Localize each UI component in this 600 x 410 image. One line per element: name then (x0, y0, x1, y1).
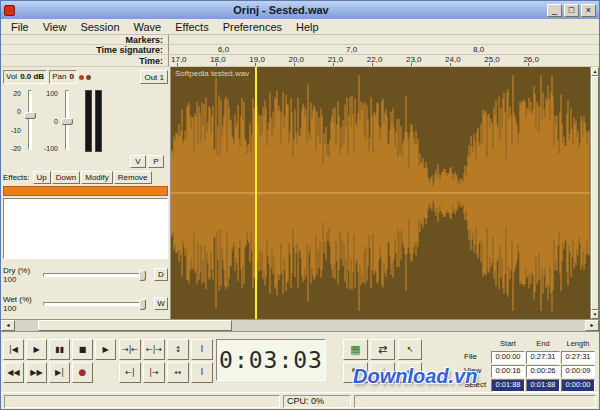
nudge-left-button[interactable]: ←| (119, 362, 141, 383)
maximize-button[interactable]: □ (564, 4, 579, 17)
effect-down-button[interactable]: Down (52, 171, 80, 184)
mute-indicator[interactable] (86, 75, 91, 80)
nudge-right-button[interactable]: |→ (143, 362, 165, 383)
volume-slider[interactable] (28, 90, 32, 150)
close-button[interactable]: × (581, 4, 596, 17)
time-tick: 18,0 (210, 55, 226, 65)
wet-envelope-button[interactable]: W (154, 297, 168, 310)
menu-item-preferences[interactable]: Preferences (216, 20, 289, 34)
fit-width-button[interactable]: ↔ (167, 362, 189, 383)
zoom-in-horizontal-button[interactable]: →|← (119, 339, 141, 360)
transport-fast-forward-button[interactable]: ▶▶ (26, 362, 47, 383)
loop-mode-button[interactable]: ⇄ (370, 339, 395, 360)
pan-envelope-button[interactable]: P (148, 155, 164, 168)
horizontal-scrollbar-track[interactable] (15, 320, 585, 331)
time-signature-ruler[interactable]: 6,0 7,0 8,0 (169, 45, 599, 54)
transport-play-selection-button[interactable]: ▶ (95, 339, 116, 360)
transport-record-button[interactable]: ● (72, 362, 93, 383)
zoom-out-horizontal-button[interactable]: ←|→ (143, 339, 165, 360)
time-tick: 21,0 (328, 55, 344, 65)
minimize-button[interactable]: _ (547, 4, 562, 17)
transport-controls: |◀ ▶ ▮▮ ■ ▶ ◀◀ ▶▶ ▶| ● (3, 339, 116, 383)
playback-cursor[interactable] (255, 67, 257, 319)
markers-ruler[interactable] (169, 35, 599, 44)
pan-slider[interactable] (65, 90, 69, 150)
info-header-length: Length (561, 337, 595, 350)
effect-up-button[interactable]: Up (33, 171, 51, 184)
pan-scale: 100 0 -100 (40, 89, 58, 153)
wet-mix-slider[interactable] (43, 302, 146, 306)
volume-envelope-button[interactable]: V (130, 155, 146, 168)
time-tick: 22,0 (367, 55, 383, 65)
vu-meter-right (95, 90, 102, 152)
watermark: Download.vn (353, 365, 477, 388)
transport-pause-button[interactable]: ▮▮ (49, 339, 70, 360)
time-tick: 26,0 (523, 55, 539, 65)
select-cursor-button[interactable]: ↖ (398, 339, 422, 360)
time-tick: 24,0 (445, 55, 461, 65)
scroll-left-button[interactable]: ◂ (1, 320, 15, 331)
dry-slider-thumb[interactable] (139, 270, 146, 281)
info-header-start: Start (491, 337, 525, 350)
dry-envelope-button[interactable]: D (154, 268, 168, 281)
file-start-value: 0:00:00 (491, 351, 525, 364)
measure-tick: 8,0 (473, 45, 484, 55)
volume-scale: 20 0 -10 -20 (3, 89, 21, 153)
window-title: Orinj - Sested.wav (18, 2, 544, 19)
vertical-scrollbar[interactable]: ▴ ▾ (590, 67, 599, 319)
output-select-button[interactable]: Out 1 (140, 70, 168, 84)
scroll-down-button[interactable]: ▾ (591, 310, 599, 319)
pan-slider-thumb[interactable] (61, 118, 73, 125)
scroll-up-button[interactable]: ▴ (591, 67, 599, 76)
status-bar: CPU: 0% (1, 392, 599, 409)
effect-remove-button[interactable]: Remove (114, 171, 152, 184)
snap-grid-button[interactable]: ▦ (343, 339, 368, 360)
cpu-usage: CPU: 0% (283, 395, 351, 408)
zoom-vertical-button[interactable]: ↕ (167, 339, 189, 360)
wet-slider-thumb[interactable] (139, 299, 146, 310)
cursor-mode-button[interactable]: I (191, 339, 213, 360)
menu-item-view[interactable]: View (36, 20, 74, 34)
selected-effect-bar[interactable] (3, 186, 168, 196)
volume-slider-group: 20 0 -10 -20 (3, 89, 37, 153)
time-ruler[interactable]: 17,0 18,0 19,0 20,0 21,0 22,0 23,0 24,0 … (169, 55, 599, 66)
menu-item-wave[interactable]: Wave (127, 20, 169, 34)
time-tick: 23,0 (406, 55, 422, 65)
scroll-right-button[interactable]: ▸ (585, 320, 599, 331)
transport-rewind-button[interactable]: ◀◀ (3, 362, 24, 383)
wet-label: Wet (%) (3, 295, 39, 304)
transport-stop-button[interactable]: ■ (72, 339, 93, 360)
fit-height-button[interactable]: I (191, 362, 213, 383)
bottom-panel: |◀ ▶ ▮▮ ■ ▶ ◀◀ ▶▶ ▶| ● →|← ←|→ ↕ I ←| |→… (1, 332, 599, 392)
pan-label: Pan (52, 71, 66, 83)
title-bar[interactable]: Orinj - Sested.wav _ □ × (1, 1, 599, 19)
horizontal-scrollbar[interactable]: ◂ ▸ (1, 319, 599, 332)
menu-item-file[interactable]: File (4, 20, 36, 34)
file-length-value: 0:27:31 (561, 351, 595, 364)
transport-play-button[interactable]: ▶ (26, 339, 47, 360)
waveform-svg (171, 67, 590, 319)
dry-mix-slider[interactable] (43, 273, 146, 277)
select-end-value: 0:01:88 (526, 379, 560, 392)
status-cell-rest (354, 395, 596, 408)
time-signature-label: Time signature: (1, 45, 169, 54)
menu-item-effects[interactable]: Effects (168, 20, 215, 34)
effects-list[interactable] (3, 198, 168, 259)
transport-go-to-end-button[interactable]: ▶| (49, 362, 70, 383)
application-window: Orinj - Sested.wav _ □ × File View Sessi… (0, 0, 600, 410)
transport-go-to-start-button[interactable]: |◀ (3, 339, 24, 360)
menu-item-session[interactable]: Session (73, 20, 126, 34)
vu-meter-left (85, 90, 92, 152)
info-header-end: End (526, 337, 560, 350)
menu-item-help[interactable]: Help (289, 20, 326, 34)
effect-modify-button[interactable]: Modify (81, 171, 113, 184)
waveform-display[interactable]: Softpedia tested.wav (171, 67, 590, 319)
pan-slider-group: 100 0 -100 (40, 89, 74, 153)
horizontal-scrollbar-thumb[interactable] (38, 320, 232, 331)
time-tick: 17,0 (171, 55, 187, 65)
record-arm-indicator[interactable] (79, 75, 84, 80)
time-tick: 25,0 (484, 55, 500, 65)
vertical-scrollbar-thumb[interactable] (591, 76, 599, 310)
volume-slider-thumb[interactable] (24, 112, 36, 119)
view-end-value: 0:00:26 (526, 365, 560, 378)
